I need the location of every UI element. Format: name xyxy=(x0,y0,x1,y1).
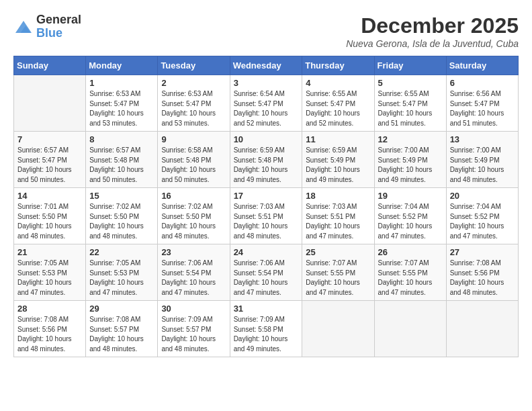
day-number: 9 xyxy=(161,134,226,144)
day-number: 27 xyxy=(450,247,515,257)
day-number: 16 xyxy=(161,191,226,201)
weekday-saturday: Saturday xyxy=(446,56,518,75)
calendar-cell: 14Sunrise: 7:01 AM Sunset: 5:50 PM Dayli… xyxy=(14,188,86,244)
calendar-cell: 20Sunrise: 7:04 AM Sunset: 5:52 PM Dayli… xyxy=(446,188,518,244)
day-number: 20 xyxy=(450,191,515,201)
day-info: Sunrise: 7:07 AM Sunset: 5:55 PM Dayligh… xyxy=(378,259,443,298)
calendar-cell: 4Sunrise: 6:55 AM Sunset: 5:47 PM Daylig… xyxy=(302,75,374,132)
calendar-cell: 25Sunrise: 7:07 AM Sunset: 5:55 PM Dayli… xyxy=(302,244,374,301)
day-info: Sunrise: 7:05 AM Sunset: 5:53 PM Dayligh… xyxy=(89,259,154,298)
day-info: Sunrise: 6:54 AM Sunset: 5:47 PM Dayligh… xyxy=(234,89,299,128)
calendar-cell: 24Sunrise: 7:06 AM Sunset: 5:54 PM Dayli… xyxy=(230,244,302,301)
day-number: 4 xyxy=(306,78,370,88)
logo-text: General Blue xyxy=(36,13,81,40)
day-info: Sunrise: 6:59 AM Sunset: 5:48 PM Dayligh… xyxy=(234,146,299,185)
calendar-cell: 27Sunrise: 7:08 AM Sunset: 5:56 PM Dayli… xyxy=(446,244,518,301)
day-number: 5 xyxy=(378,78,443,88)
calendar-cell: 30Sunrise: 7:09 AM Sunset: 5:57 PM Dayli… xyxy=(158,301,230,357)
calendar-cell: 21Sunrise: 7:05 AM Sunset: 5:53 PM Dayli… xyxy=(14,244,86,301)
calendar-cell: 15Sunrise: 7:02 AM Sunset: 5:50 PM Dayli… xyxy=(86,188,158,244)
calendar-cell xyxy=(14,75,86,132)
calendar-cell: 7Sunrise: 6:57 AM Sunset: 5:47 PM Daylig… xyxy=(14,132,86,188)
day-info: Sunrise: 6:55 AM Sunset: 5:47 PM Dayligh… xyxy=(378,89,443,128)
day-number: 11 xyxy=(306,134,370,144)
day-info: Sunrise: 6:56 AM Sunset: 5:47 PM Dayligh… xyxy=(450,89,515,128)
day-info: Sunrise: 7:03 AM Sunset: 5:51 PM Dayligh… xyxy=(234,202,299,241)
calendar-cell: 8Sunrise: 6:57 AM Sunset: 5:48 PM Daylig… xyxy=(86,132,158,188)
calendar-cell xyxy=(446,301,518,357)
day-info: Sunrise: 7:00 AM Sunset: 5:49 PM Dayligh… xyxy=(450,146,515,185)
day-number: 29 xyxy=(89,304,154,314)
day-number: 3 xyxy=(234,78,299,88)
day-number: 12 xyxy=(378,134,443,144)
day-number: 26 xyxy=(378,247,443,257)
day-info: Sunrise: 7:08 AM Sunset: 5:56 PM Dayligh… xyxy=(450,259,515,298)
day-number: 13 xyxy=(450,134,515,144)
day-info: Sunrise: 6:55 AM Sunset: 5:47 PM Dayligh… xyxy=(306,89,370,128)
day-number: 19 xyxy=(378,191,443,201)
title-block: December 2025 Nueva Gerona, Isla de la J… xyxy=(346,13,519,49)
month-title: December 2025 xyxy=(346,13,519,38)
calendar-cell: 11Sunrise: 6:59 AM Sunset: 5:49 PM Dayli… xyxy=(302,132,374,188)
calendar-cell: 3Sunrise: 6:54 AM Sunset: 5:47 PM Daylig… xyxy=(230,75,302,132)
calendar-cell xyxy=(374,301,446,357)
logo: General Blue xyxy=(13,13,81,40)
day-info: Sunrise: 7:02 AM Sunset: 5:50 PM Dayligh… xyxy=(161,202,226,241)
day-number: 21 xyxy=(17,247,82,257)
page-header: General Blue December 2025 Nueva Gerona,… xyxy=(13,13,519,49)
day-number: 25 xyxy=(306,247,370,257)
day-number: 14 xyxy=(17,191,82,201)
calendar-cell: 5Sunrise: 6:55 AM Sunset: 5:47 PM Daylig… xyxy=(374,75,446,132)
day-info: Sunrise: 6:53 AM Sunset: 5:47 PM Dayligh… xyxy=(161,89,226,128)
calendar-cell: 13Sunrise: 7:00 AM Sunset: 5:49 PM Dayli… xyxy=(446,132,518,188)
calendar-cell: 19Sunrise: 7:04 AM Sunset: 5:52 PM Dayli… xyxy=(374,188,446,244)
day-number: 15 xyxy=(89,191,154,201)
location: Nueva Gerona, Isla de la Juventud, Cuba xyxy=(346,38,519,49)
weekday-sunday: Sunday xyxy=(14,56,86,75)
calendar-cell: 22Sunrise: 7:05 AM Sunset: 5:53 PM Dayli… xyxy=(86,244,158,301)
week-row-2: 7Sunrise: 6:57 AM Sunset: 5:47 PM Daylig… xyxy=(14,132,519,188)
day-number: 17 xyxy=(234,191,299,201)
day-number: 18 xyxy=(306,191,370,201)
day-info: Sunrise: 7:07 AM Sunset: 5:55 PM Dayligh… xyxy=(306,259,370,298)
calendar-cell: 28Sunrise: 7:08 AM Sunset: 5:56 PM Dayli… xyxy=(14,301,86,357)
day-info: Sunrise: 7:06 AM Sunset: 5:54 PM Dayligh… xyxy=(161,259,226,298)
weekday-thursday: Thursday xyxy=(302,56,374,75)
weekday-header-row: SundayMondayTuesdayWednesdayThursdayFrid… xyxy=(14,56,519,75)
day-number: 30 xyxy=(161,304,226,314)
weekday-monday: Monday xyxy=(86,56,158,75)
week-row-5: 28Sunrise: 7:08 AM Sunset: 5:56 PM Dayli… xyxy=(14,301,519,357)
week-row-1: 1Sunrise: 6:53 AM Sunset: 5:47 PM Daylig… xyxy=(14,75,519,132)
day-number: 10 xyxy=(234,134,299,144)
day-info: Sunrise: 6:59 AM Sunset: 5:49 PM Dayligh… xyxy=(306,146,370,185)
day-number: 24 xyxy=(234,247,299,257)
weekday-tuesday: Tuesday xyxy=(158,56,230,75)
day-info: Sunrise: 6:58 AM Sunset: 5:48 PM Dayligh… xyxy=(161,146,226,185)
logo-icon xyxy=(13,17,34,37)
calendar-cell: 29Sunrise: 7:08 AM Sunset: 5:57 PM Dayli… xyxy=(86,301,158,357)
day-info: Sunrise: 7:06 AM Sunset: 5:54 PM Dayligh… xyxy=(234,259,299,298)
day-info: Sunrise: 7:04 AM Sunset: 5:52 PM Dayligh… xyxy=(378,202,443,241)
day-number: 28 xyxy=(17,304,82,314)
calendar-cell: 10Sunrise: 6:59 AM Sunset: 5:48 PM Dayli… xyxy=(230,132,302,188)
day-info: Sunrise: 7:00 AM Sunset: 5:49 PM Dayligh… xyxy=(378,146,443,185)
calendar-table: SundayMondayTuesdayWednesdayThursdayFrid… xyxy=(13,56,519,357)
day-info: Sunrise: 7:08 AM Sunset: 5:56 PM Dayligh… xyxy=(17,315,82,354)
day-info: Sunrise: 7:02 AM Sunset: 5:50 PM Dayligh… xyxy=(89,202,154,241)
week-row-3: 14Sunrise: 7:01 AM Sunset: 5:50 PM Dayli… xyxy=(14,188,519,244)
day-info: Sunrise: 6:57 AM Sunset: 5:47 PM Dayligh… xyxy=(17,146,82,185)
calendar-cell: 18Sunrise: 7:03 AM Sunset: 5:51 PM Dayli… xyxy=(302,188,374,244)
week-row-4: 21Sunrise: 7:05 AM Sunset: 5:53 PM Dayli… xyxy=(14,244,519,301)
calendar-cell: 2Sunrise: 6:53 AM Sunset: 5:47 PM Daylig… xyxy=(158,75,230,132)
calendar-cell: 6Sunrise: 6:56 AM Sunset: 5:47 PM Daylig… xyxy=(446,75,518,132)
weekday-friday: Friday xyxy=(374,56,446,75)
calendar-cell: 31Sunrise: 7:09 AM Sunset: 5:58 PM Dayli… xyxy=(230,301,302,357)
calendar-cell: 16Sunrise: 7:02 AM Sunset: 5:50 PM Dayli… xyxy=(158,188,230,244)
day-info: Sunrise: 7:08 AM Sunset: 5:57 PM Dayligh… xyxy=(89,315,154,354)
calendar-cell: 12Sunrise: 7:00 AM Sunset: 5:49 PM Dayli… xyxy=(374,132,446,188)
day-number: 7 xyxy=(17,134,82,144)
day-number: 6 xyxy=(450,78,515,88)
calendar-cell xyxy=(302,301,374,357)
day-info: Sunrise: 7:01 AM Sunset: 5:50 PM Dayligh… xyxy=(17,202,82,241)
calendar-cell: 23Sunrise: 7:06 AM Sunset: 5:54 PM Dayli… xyxy=(158,244,230,301)
